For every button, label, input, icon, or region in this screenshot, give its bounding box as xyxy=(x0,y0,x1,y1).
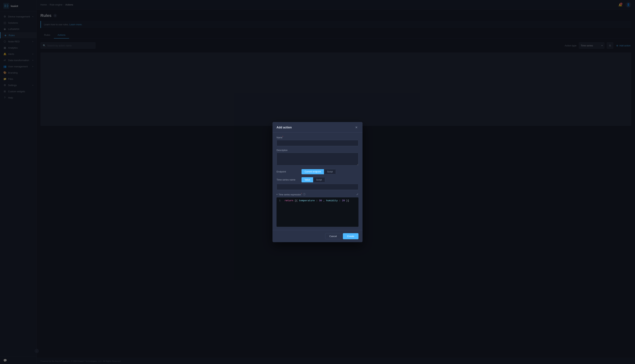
code-line-1: 1 return [{ temperature : 30 , humidity … xyxy=(279,199,356,202)
ts-name-row: Time series name Value Script xyxy=(277,177,358,182)
modal-header: Add action ✕ xyxy=(273,122,362,132)
ts-name-field-group: Time series name Value Script xyxy=(277,177,358,190)
cancel-button[interactable]: Cancel xyxy=(325,233,341,239)
description-input[interactable] xyxy=(277,153,358,166)
expression-help-icon[interactable]: ? xyxy=(303,193,306,196)
ts-name-value-button[interactable]: Value xyxy=(302,177,313,182)
description-field-group: Description xyxy=(277,149,358,166)
modal-title: Add action xyxy=(277,126,292,129)
expression-header[interactable]: ▾ Time series expression* ? ⤢ xyxy=(277,193,358,196)
name-label: Name* xyxy=(277,136,358,139)
expr-collapse-icon: ▾ xyxy=(277,194,277,196)
add-action-modal: Add action ✕ Name* Description Endpoint xyxy=(273,122,362,242)
ts-name-script-button[interactable]: Script xyxy=(313,177,325,182)
endpoint-label: Endpoint xyxy=(277,170,299,173)
modal-footer: Cancel Create xyxy=(273,230,362,242)
ts-name-toggle-group: Value Script xyxy=(302,177,325,182)
endpoint-toggle-group: Current endpoint Script xyxy=(302,169,336,174)
ts-name-input[interactable] xyxy=(277,184,358,190)
name-input[interactable] xyxy=(277,140,358,146)
expression-section: ▾ Time series expression* ? ⤢ 1 return [… xyxy=(277,193,358,227)
modal-close-button[interactable]: ✕ xyxy=(354,125,358,130)
description-label: Description xyxy=(277,149,358,152)
endpoint-script-button[interactable]: Script xyxy=(324,169,336,174)
modal-body: Name* Description Endpoint Current endpo… xyxy=(273,132,362,230)
expression-expand-button[interactable]: ⤢ xyxy=(356,193,358,196)
endpoint-current-button[interactable]: Current endpoint xyxy=(302,169,324,174)
code-editor[interactable]: 1 return [{ temperature : 30 , humidity … xyxy=(277,198,358,227)
endpoint-field-group: Endpoint Current endpoint Script xyxy=(277,169,358,174)
name-field-group: Name* xyxy=(277,136,358,146)
create-button[interactable]: Create xyxy=(343,233,358,239)
code-content: return [{ temperature : 30 , humidity : … xyxy=(285,199,349,202)
expression-title: Time series expression* xyxy=(279,193,302,196)
ts-name-label: Time series name xyxy=(277,178,299,181)
modal-overlay[interactable]: Add action ✕ Name* Description Endpoint xyxy=(0,0,635,364)
line-number: 1 xyxy=(279,199,282,202)
endpoint-row: Endpoint Current endpoint Script xyxy=(277,169,358,174)
